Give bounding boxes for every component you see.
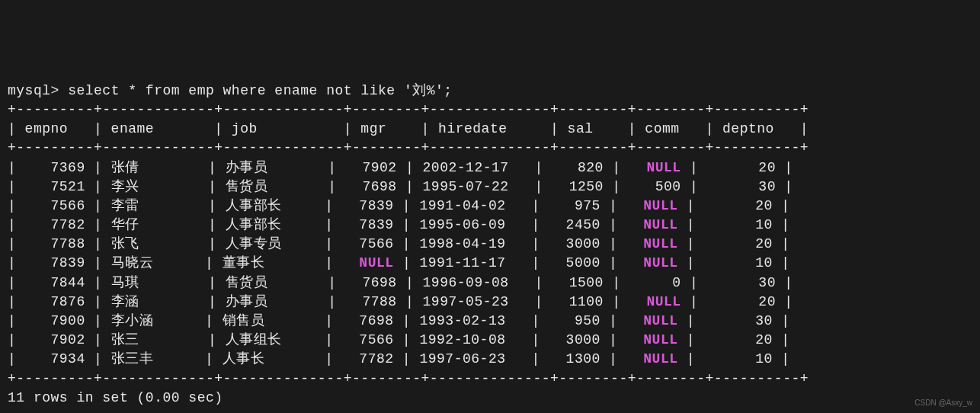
result-footer: 11 rows in set (0.00 sec) [8,390,223,405]
table-row: | 7782 | 华仔 | 人事部长 | 7839 | 1995-06-09 |… [8,217,789,232]
table-header: | empno | ename | job | mgr | hiredate |… [8,121,809,136]
null-value: NULL [643,198,677,213]
sql-query: select * from emp where ename not like '… [68,83,452,98]
table-row: | 7521 | 李兴 | 售货员 | 7698 | 1995-07-22 | … [8,179,793,194]
null-value: NULL [643,351,677,367]
table-row: | 7844 | 马琪 | 售货员 | 7698 | 1996-09-08 | … [8,275,793,290]
null-value: NULL [643,217,677,232]
null-value: NULL [643,236,677,251]
null-value: NULL [643,332,677,347]
watermark: CSDN @Asxy_w [914,398,972,408]
table-border: +---------+-------------+--------------+… [8,371,809,386]
table-row: | 7788 | 张飞 | 人事专员 | 7566 | 1998-04-19 |… [8,236,789,251]
table-row: | 7902 | 张三 | 人事组长 | 7566 | 1992-10-08 |… [8,332,789,347]
mysql-prompt: mysql> [8,83,68,98]
table-row: | 7566 | 李雷 | 人事部长 | 7839 | 1991-04-02 |… [8,198,789,213]
null-value: NULL [643,313,677,328]
table-row: | 7839 | 马晓云 | 董事长 | NULL | 1991-11-17 |… [8,255,790,271]
null-value: NULL [643,255,677,271]
null-value: NULL [359,255,393,271]
table-row: | 7369 | 张倩 | 办事员 | 7902 | 2002-12-17 | … [8,160,793,175]
table-border: +---------+-------------+--------------+… [8,102,809,117]
table-border: +---------+-------------+--------------+… [8,140,809,155]
table-row: | 7876 | 李涵 | 办事员 | 7788 | 1997-05-23 | … [8,294,793,309]
null-value: NULL [646,160,681,175]
table-row: | 7900 | 李小涵 | 销售员 | 7698 | 1993-02-13 |… [8,313,789,328]
null-value: NULL [646,294,681,309]
table-row: | 7934 | 张三丰 | 人事长 | 7782 | 1997-06-23 |… [8,351,789,367]
mysql-terminal-output: mysql> select * from emp where ename not… [8,82,972,408]
